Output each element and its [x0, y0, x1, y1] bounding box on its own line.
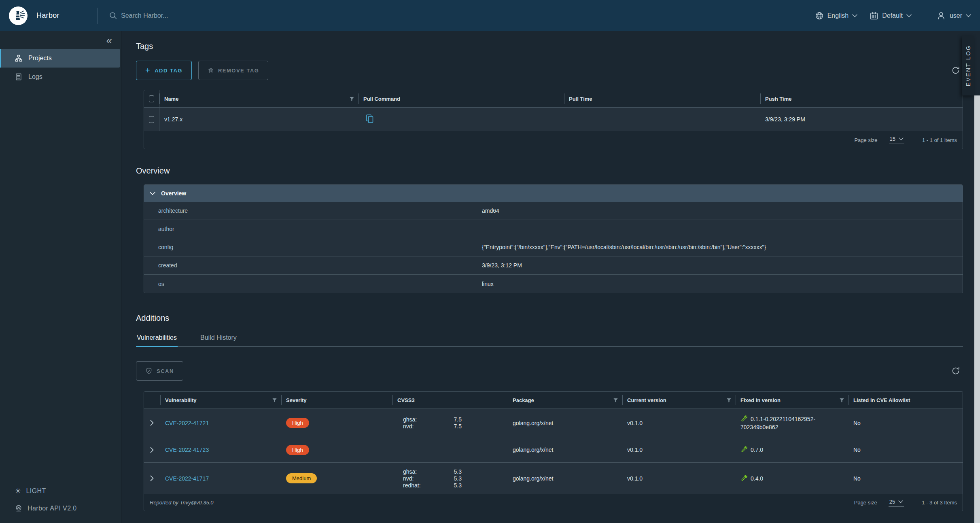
- remove-tag-button[interactable]: REMOVE TAG: [198, 61, 268, 80]
- expander-header-cell: [144, 392, 160, 409]
- column-header: Name: [159, 90, 358, 107]
- tags-title: Tags: [136, 42, 963, 51]
- overview-panel-title: Overview: [161, 190, 186, 197]
- wrench-icon: [740, 446, 747, 453]
- api-link[interactable]: Harbor API V2.0: [15, 504, 121, 512]
- chevron-down-icon: [899, 138, 904, 140]
- tags-table-footer: Page size 15 1 - 1 of 1 items: [144, 131, 963, 149]
- row-select-cell: [144, 108, 159, 131]
- column-header: Severity: [281, 392, 392, 409]
- sun-icon: ☀: [15, 488, 21, 494]
- sidebar: « Projects Logs ☀ LIGHT Ha: [0, 31, 121, 523]
- brand[interactable]: Harbor: [0, 6, 97, 25]
- trash-icon: [208, 67, 214, 74]
- table-row[interactable]: CVE-2022-41721 High ghsa:7.5nvd:7.5 gola…: [144, 409, 963, 437]
- filter-icon[interactable]: [613, 398, 618, 403]
- select-all-checkbox[interactable]: [149, 95, 154, 102]
- refresh-icon[interactable]: [951, 66, 961, 75]
- fixed-version-cell: 0.1.1-0.20221104162952-702349b0e862: [736, 411, 848, 435]
- overview-field-row: config {"Entrypoint":["/bin/xxxxx"],"Env…: [144, 238, 963, 256]
- severity-badge: High: [286, 445, 309, 455]
- items-range: 1 - 1 of 1 items: [922, 137, 957, 143]
- scan-button[interactable]: SCAN: [136, 361, 183, 381]
- api-icon: [15, 504, 23, 512]
- calendar-icon: [870, 11, 878, 20]
- sidebar-item-projects[interactable]: Projects: [0, 49, 120, 68]
- field-key: author: [144, 226, 482, 232]
- page-size-select[interactable]: 25: [889, 499, 904, 507]
- column-header: Listed In CVE Allowlist: [848, 392, 963, 409]
- overview-panel: Overview architecture amd64 author confi…: [144, 184, 963, 293]
- tab-vulnerabilities[interactable]: Vulnerabilities: [136, 332, 178, 346]
- severity-badge: Medium: [286, 473, 317, 483]
- row-expander-cell: [144, 437, 160, 462]
- add-tag-button[interactable]: + ADD TAG: [136, 61, 192, 80]
- sidebar-collapse-icon[interactable]: «: [106, 35, 112, 46]
- additions-title: Additions: [136, 313, 963, 323]
- cve-link[interactable]: CVE-2022-41721: [165, 420, 209, 426]
- select-all-cell: [144, 90, 159, 107]
- tag-name: v1.27.x: [159, 112, 358, 127]
- header-divider: [97, 8, 98, 24]
- chevron-down-icon: [898, 500, 903, 503]
- search-icon: [109, 11, 118, 20]
- theme-toggle[interactable]: ☀ LIGHT: [15, 487, 121, 495]
- shield-check-icon: [145, 367, 153, 375]
- table-row[interactable]: CVE-2022-41717 Medium ghsa:5.3nvd:5.3red…: [144, 463, 963, 494]
- harbor-logo-icon: [9, 6, 28, 25]
- refresh-icon[interactable]: [951, 366, 961, 376]
- cve-allowlist-flag: No: [848, 443, 963, 457]
- main-content: Tags + ADD TAG REMOVE TAG Name: [121, 31, 974, 523]
- column-header: Fixed in version: [736, 392, 848, 409]
- tags-table: Name Pull Command Pull Time Push Time v1…: [144, 90, 963, 149]
- fixed-version-cell: 0.7.0: [736, 442, 848, 458]
- table-row[interactable]: CVE-2022-41723 High golang.org/x/net v0.…: [144, 437, 963, 463]
- page-size-select[interactable]: 15: [889, 136, 904, 144]
- globe-icon: [815, 11, 824, 20]
- sidebar-item-logs[interactable]: Logs: [0, 68, 120, 86]
- filter-icon[interactable]: [272, 398, 277, 403]
- search-input[interactable]: [121, 12, 364, 19]
- vertical-scrollbar[interactable]: [974, 95, 980, 523]
- user-menu[interactable]: user: [936, 11, 971, 21]
- cve-allowlist-flag: No: [848, 416, 963, 430]
- overview-field-row: author: [144, 220, 963, 238]
- caret-right-icon[interactable]: [150, 420, 154, 426]
- filter-icon[interactable]: [349, 96, 354, 102]
- logs-icon: [15, 73, 23, 81]
- event-log-label: EVENT LOG: [965, 45, 972, 86]
- datetime-menu[interactable]: Default: [870, 11, 912, 20]
- copy-icon[interactable]: [366, 114, 374, 124]
- header-divider: [924, 8, 924, 24]
- current-version: v0.1.0: [622, 443, 736, 457]
- current-version: v0.1.0: [622, 471, 736, 486]
- table-row[interactable]: v1.27.x 3/9/23, 3:29 PM: [144, 108, 963, 131]
- overview-field-row: architecture amd64: [144, 202, 963, 220]
- top-header: Harbor English D: [0, 0, 980, 31]
- caret-right-icon[interactable]: [150, 447, 154, 453]
- sidebar-item-label: Logs: [28, 73, 42, 80]
- column-header: CVSS3: [392, 392, 508, 409]
- additions-tabs: Vulnerabilities Build History: [136, 332, 963, 347]
- page-size-label: Page size: [854, 500, 877, 506]
- datetime-label: Default: [882, 12, 903, 19]
- caret-right-icon[interactable]: [150, 475, 154, 481]
- filter-icon[interactable]: [726, 398, 732, 403]
- field-key: created: [144, 262, 482, 269]
- chevron-down-icon: [150, 192, 155, 195]
- filter-icon[interactable]: [839, 398, 844, 403]
- global-search[interactable]: [109, 11, 815, 20]
- cve-link[interactable]: CVE-2022-41717: [165, 475, 209, 482]
- fixed-version-cell: 0.4.0: [736, 470, 848, 487]
- overview-field-row: os linux: [144, 275, 963, 293]
- plus-icon: +: [145, 67, 151, 74]
- tab-build-history[interactable]: Build History: [199, 332, 238, 346]
- row-checkbox[interactable]: [149, 116, 154, 123]
- cve-link[interactable]: CVE-2022-41723: [165, 447, 209, 453]
- overview-panel-header[interactable]: Overview: [144, 185, 963, 202]
- user-icon: [936, 11, 946, 21]
- api-label: Harbor API V2.0: [28, 505, 77, 512]
- language-menu[interactable]: English: [815, 11, 857, 20]
- package-name: golang.org/x/net: [508, 471, 622, 486]
- event-log-tab[interactable]: EVENT LOG: [962, 36, 974, 95]
